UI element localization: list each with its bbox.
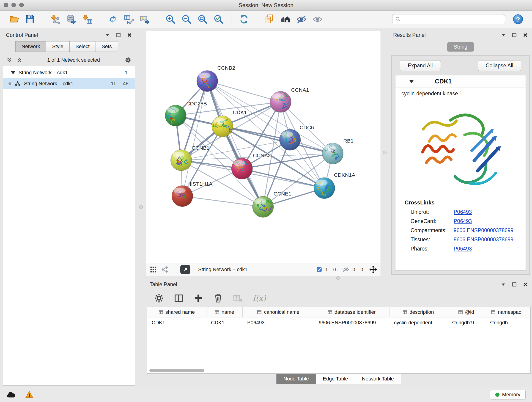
float-panel-icon[interactable] (105, 32, 110, 38)
function-builder-icon[interactable]: f(x) (253, 294, 266, 303)
node-CDC6[interactable]: CDC6 (279, 124, 314, 150)
export-image-icon[interactable] (139, 13, 151, 26)
edge-CCNB2-CCNE1[interactable] (207, 81, 263, 207)
zoom-out-icon[interactable] (180, 13, 193, 26)
scrollbar-thumb[interactable] (149, 369, 204, 372)
close-panel-icon[interactable] (127, 32, 132, 38)
tab-sets[interactable]: Sets (95, 41, 118, 52)
cell-description[interactable]: cyclin-dependent ... (389, 317, 447, 328)
close-panel-icon[interactable] (523, 32, 528, 38)
show-columns-icon[interactable] (174, 293, 184, 303)
maximize-panel-icon[interactable] (116, 32, 121, 38)
network-options-gear-icon[interactable] (125, 57, 132, 64)
collapse-all-button[interactable]: Collapse All (478, 60, 521, 71)
delete-column-icon[interactable] (213, 293, 223, 303)
save-session-icon[interactable] (24, 13, 36, 26)
show-panel-icon[interactable] (311, 13, 324, 26)
network-share-icon[interactable] (161, 266, 168, 273)
vertical-splitter-handle[interactable] (139, 205, 143, 209)
zoom-in-icon[interactable] (164, 13, 177, 26)
maximize-panel-icon[interactable] (512, 282, 517, 287)
edge-CCNE1-HIST1H1A[interactable] (182, 196, 263, 207)
memory-button[interactable]: Memory (490, 390, 526, 400)
duplicate-session-icon[interactable] (263, 13, 276, 26)
tab-network[interactable]: Network (15, 41, 46, 52)
import-network-from-file-icon[interactable] (49, 13, 62, 26)
pan-crosshair-icon[interactable] (370, 266, 377, 273)
string-network-graph[interactable]: CCNB2CCNA1CDC25BCDK1CDC6RB1CCNB1CCNA2CDK… (146, 31, 380, 263)
refresh-view-icon[interactable] (238, 13, 250, 26)
node-HIST1H1A[interactable]: HIST1H1A (172, 181, 213, 207)
cell-namespac[interactable]: stringdb (485, 317, 527, 328)
edge-CCNA2-CDKN1A[interactable] (242, 169, 324, 188)
open-session-icon[interactable] (8, 13, 20, 26)
import-table-icon[interactable] (81, 13, 94, 26)
node-CCNA1[interactable]: CCNA1 (270, 87, 309, 112)
node-table-row[interactable]: CDK1CDK1P064939606.ENSP00000378699cyclin… (147, 317, 530, 328)
birdseye-view-icon[interactable] (150, 266, 157, 273)
column-header-namespac[interactable]: namespac (485, 307, 527, 317)
network-tools-icon[interactable] (107, 13, 119, 26)
home-icon[interactable] (279, 13, 292, 26)
zoom-fit-icon[interactable] (196, 13, 209, 26)
tab-select[interactable]: Select (70, 41, 96, 52)
selected-checkbox-icon[interactable] (316, 267, 322, 273)
node-CDKN1A[interactable]: CDKN1A (313, 172, 355, 199)
cell-name[interactable]: CDK1 (206, 317, 243, 328)
cloud-icon[interactable] (6, 391, 16, 399)
vertical-splitter-handle[interactable] (383, 151, 386, 154)
tab-node-table[interactable]: Node Table (276, 374, 316, 384)
crosslink-link[interactable]: P06493 (454, 218, 472, 224)
float-panel-icon[interactable] (501, 32, 506, 38)
cell-shared-name[interactable]: CDK1 (147, 317, 206, 328)
network-view-canvas[interactable]: CCNB2CCNA1CDC25BCDK1CDC6RB1CCNB1CCNA2CDK… (146, 30, 381, 263)
collapse-all-networks-icon[interactable] (17, 57, 22, 63)
horizontal-splitter-handle[interactable] (336, 276, 340, 280)
column-header-canonical-name[interactable]: canonical name (243, 307, 314, 317)
node-RB1[interactable]: RB1 (322, 138, 353, 164)
tab-string[interactable]: String (447, 42, 474, 51)
open-in-new-window-button[interactable] (180, 265, 190, 274)
column-header-shared-name[interactable]: shared name (147, 307, 206, 317)
expand-all-networks-icon[interactable] (6, 57, 12, 63)
table-horizontal-scrollbar[interactable] (147, 368, 530, 373)
tab-style[interactable]: Style (46, 41, 70, 52)
crosslink-link[interactable]: P06493 (454, 246, 472, 252)
import-network-from-database-icon[interactable] (65, 13, 78, 26)
table-options-gear-icon[interactable] (154, 293, 164, 303)
toolbar-separator (231, 14, 231, 25)
column-header--id[interactable]: @id (447, 307, 485, 317)
cell--id[interactable]: stringdb:9... (447, 317, 485, 328)
crosslink-link[interactable]: 9606.ENSP00000378699 (454, 227, 513, 234)
search-box[interactable] (392, 14, 505, 24)
add-column-icon[interactable] (194, 293, 203, 303)
expand-all-button[interactable]: Expand All (400, 60, 441, 71)
help-icon[interactable]: ? (512, 13, 524, 26)
close-panel-icon[interactable] (523, 282, 528, 287)
node-CCNE1[interactable]: CCNE1 (253, 191, 291, 217)
column-header-description[interactable]: description (389, 307, 447, 317)
tab-network-table[interactable]: Network Table (355, 374, 401, 384)
network-table-icon[interactable] (123, 13, 135, 26)
float-panel-icon[interactable] (501, 282, 506, 287)
protein-expander-icon[interactable] (409, 80, 414, 83)
search-input[interactable] (403, 16, 502, 22)
collection-expander-icon[interactable] (11, 71, 15, 74)
network-collection-row[interactable]: String Network – cdk1 1 (3, 67, 135, 78)
hidden-eye-icon[interactable] (342, 266, 349, 273)
crosslinks-section: CrossLinks Uniprot:P06493GeneCard:P06493… (395, 198, 526, 252)
zoom-selected-icon[interactable] (212, 13, 225, 26)
network-row[interactable]: String Network – cdk1 11 48 (3, 78, 135, 89)
column-header-database-identifier[interactable]: database identifier (314, 307, 389, 317)
maximize-panel-icon[interactable] (512, 32, 517, 38)
crosslink-link[interactable]: 9606.ENSP00000378699 (454, 236, 513, 243)
protein-card-header[interactable]: CDK1 (395, 75, 526, 88)
cell-canonical-name[interactable]: P06493 (243, 317, 314, 328)
tab-edge-table[interactable]: Edge Table (316, 374, 355, 384)
edge-CCNB2-HIST1H1A[interactable] (182, 81, 207, 196)
cell-database-identifier[interactable]: 9606.ENSP00000378699 (314, 317, 389, 328)
crosslink-link[interactable]: P06493 (454, 209, 472, 215)
column-header-name[interactable]: name (206, 307, 243, 317)
warning-icon[interactable] (25, 391, 34, 399)
hide-panel-icon[interactable] (295, 13, 308, 26)
